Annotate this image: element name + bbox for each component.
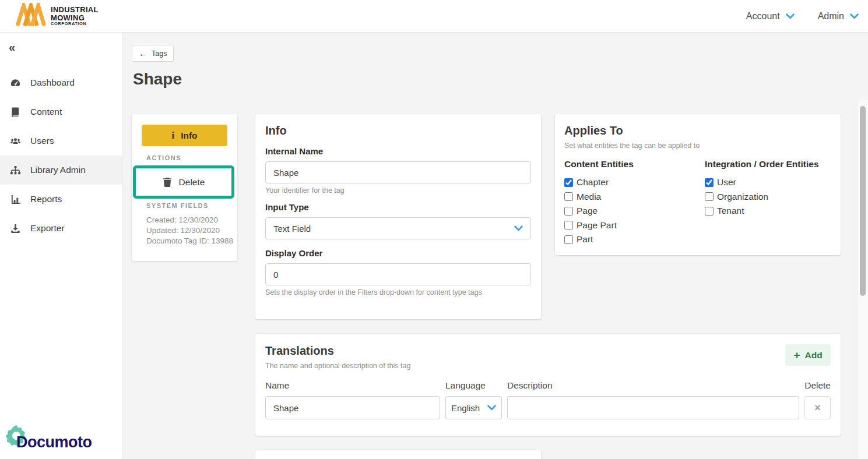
scrollbar-thumb[interactable]	[860, 106, 866, 296]
admin-menu[interactable]: Admin	[818, 11, 859, 22]
sidebar-collapse-icon[interactable]: «	[9, 41, 23, 54]
download-icon	[10, 223, 21, 234]
translation-row: English ×	[265, 396, 831, 419]
checkbox-label: Media	[577, 192, 601, 202]
checkbox-row-part[interactable]: Part	[564, 232, 705, 247]
translation-language-value: English	[451, 403, 480, 413]
sidebar-item-dashboard[interactable]: Dashboard	[0, 68, 122, 97]
checkbox-row-chapter[interactable]: Chapter	[564, 175, 705, 190]
checkbox-label: Page	[577, 206, 598, 216]
user-checkbox[interactable]	[705, 178, 714, 187]
delete-button-highlight: Delete	[133, 165, 234, 199]
documoto-logo: Documoto	[5, 426, 118, 454]
company-name-line1: INDUSTRIAL	[51, 6, 99, 14]
header-menus: Account Admin	[746, 0, 859, 33]
company-name-line2: MOWING	[51, 14, 99, 22]
checkbox-row-media[interactable]: Media	[564, 190, 705, 204]
info-tab-button[interactable]: i Info	[142, 125, 227, 146]
checkbox-label: Tenant	[717, 206, 744, 216]
input-type-label: Input Type	[265, 202, 531, 212]
checkbox-row-page[interactable]: Page	[564, 204, 705, 218]
chevron-down-icon	[514, 225, 523, 231]
translation-description-input[interactable]	[507, 396, 799, 419]
sidebar-item-content[interactable]: Content	[0, 97, 122, 126]
translations-subtitle: The name and optional description of thi…	[265, 362, 831, 370]
checkbox-row-page-part[interactable]: Page Part	[564, 218, 705, 233]
input-type-value: Text Field	[273, 224, 311, 234]
add-translation-label: Add	[804, 350, 822, 361]
vertical-scrollbar[interactable]	[857, 100, 868, 459]
account-menu[interactable]: Account	[746, 11, 795, 22]
documoto-wordmark: Documoto	[16, 433, 92, 451]
back-to-tags-label: Tags	[152, 50, 167, 58]
page-part-checkbox[interactable]	[564, 221, 573, 230]
sidebar-item-label: Library Admin	[30, 165, 86, 175]
delete-tag-button[interactable]: Delete	[136, 168, 231, 196]
delete-translation-button[interactable]: ×	[804, 396, 831, 419]
sidebar-menu: Dashboard Content Users Library Admin Re…	[0, 68, 122, 243]
next-card-partial	[255, 450, 541, 459]
sidebar-item-label: Content	[30, 107, 62, 117]
documoto-tag-id: Documoto Tag ID: 13988	[146, 236, 233, 245]
sidebar: « Dashboard Content Users Library Admin …	[0, 33, 122, 459]
translations-card: Translations The name and optional descr…	[255, 334, 841, 436]
name-column-header: Name	[265, 380, 440, 391]
book-icon	[10, 107, 21, 118]
translation-language-select[interactable]: English	[445, 396, 502, 419]
internal-name-input[interactable]	[265, 161, 531, 183]
sidebar-item-exporter[interactable]: Exporter	[0, 214, 122, 243]
company-logo-mark-icon	[16, 3, 45, 30]
created-date: Created: 12/30/2020	[146, 216, 218, 224]
page-checkbox[interactable]	[564, 207, 573, 216]
info-card: Info Internal Name Your identifier for t…	[255, 114, 541, 319]
delete-column-header: Delete	[804, 380, 831, 391]
close-icon: ×	[814, 402, 821, 414]
delete-tag-label: Delete	[179, 177, 205, 188]
applies-to-title: Applies To	[564, 124, 831, 137]
organization-checkbox[interactable]	[705, 192, 714, 201]
media-checkbox[interactable]	[564, 192, 573, 201]
translation-name-input[interactable]	[265, 396, 440, 419]
info-card-title: Info	[265, 124, 531, 137]
back-to-tags-button[interactable]: ← Tags	[132, 45, 174, 62]
checkbox-row-user[interactable]: User	[705, 175, 831, 190]
input-type-select[interactable]: Text Field	[265, 217, 531, 239]
internal-name-helper: Your identifier for the tag	[265, 186, 531, 195]
integration-entities-column: Integration / Order Entities User Organi…	[705, 159, 831, 247]
dashboard-icon	[10, 77, 21, 89]
sidebar-item-label: Exporter	[30, 223, 65, 234]
checkbox-label: Organization	[717, 192, 768, 202]
users-icon	[10, 136, 21, 147]
app-screen: INDUSTRIAL MOWING CORPORATION Account Ad…	[0, 0, 868, 459]
sidebar-item-label: Users	[30, 136, 54, 146]
integration-entities-title: Integration / Order Entities	[705, 159, 831, 170]
display-order-helper: Sets the display order in the Filters dr…	[265, 288, 531, 296]
system-fields-section-label: SYSTEM FIELDS	[146, 202, 209, 209]
sidebar-item-reports[interactable]: Reports	[0, 185, 122, 214]
sidebar-item-users[interactable]: Users	[0, 126, 122, 156]
company-logo[interactable]: INDUSTRIAL MOWING CORPORATION	[16, 3, 99, 30]
translations-table: Name Language Description Delete English	[265, 380, 831, 419]
chapter-checkbox[interactable]	[564, 178, 573, 187]
part-checkbox[interactable]	[564, 235, 573, 244]
arrow-left-icon: ←	[139, 48, 147, 58]
checkbox-label: Chapter	[577, 177, 609, 188]
info-tab-label: Info	[181, 130, 197, 141]
description-column-header: Description	[507, 380, 799, 391]
checkbox-row-tenant[interactable]: Tenant	[705, 204, 831, 218]
checkbox-label: Part	[577, 234, 593, 245]
applies-to-subtitle: Set what entities the tag can be applied…	[564, 142, 831, 150]
plus-icon: +	[793, 349, 800, 361]
internal-name-label: Internal Name	[265, 146, 531, 156]
sidebar-item-library-admin[interactable]: Library Admin	[0, 156, 122, 185]
sidebar-item-label: Reports	[30, 194, 62, 204]
actions-section-label: ACTIONS	[146, 154, 181, 161]
checkbox-row-organization[interactable]: Organization	[705, 190, 831, 204]
sidebar-item-label: Dashboard	[30, 77, 75, 88]
add-translation-button[interactable]: + Add	[785, 344, 831, 366]
display-order-input[interactable]	[265, 263, 531, 285]
tenant-checkbox[interactable]	[705, 207, 714, 216]
page-title: Shape	[133, 70, 182, 89]
chevron-down-icon	[850, 13, 859, 19]
content-entities-column: Content Entities Chapter Media Page	[564, 159, 705, 247]
